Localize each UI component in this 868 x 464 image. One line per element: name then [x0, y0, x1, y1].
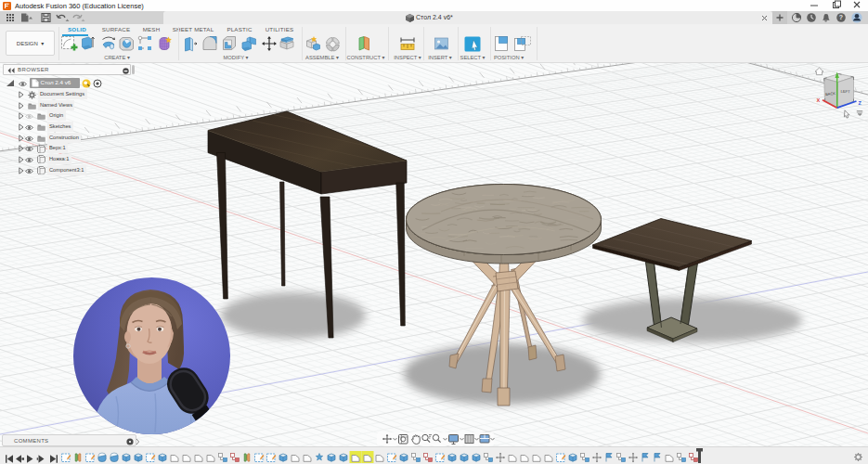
- svg-text:?: ?: [839, 14, 843, 20]
- svg-text:X: X: [817, 97, 821, 103]
- svg-text:LEFT: LEFT: [840, 89, 850, 95]
- svg-text:BACK: BACK: [825, 91, 836, 97]
